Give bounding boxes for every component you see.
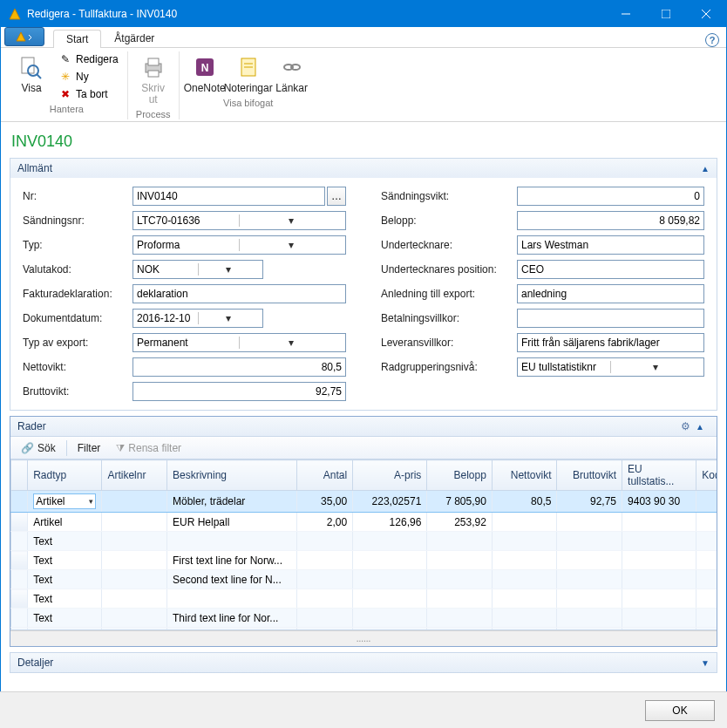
cell-radtyp[interactable]: Text — [28, 570, 102, 589]
cell-empty[interactable] — [557, 628, 622, 631]
tabort-button[interactable]: ✖Ta bort — [55, 86, 122, 102]
cell-antal[interactable]: 35,00 — [297, 491, 353, 513]
cell-radtyp[interactable]: Text — [28, 609, 102, 628]
nr-input[interactable] — [132, 187, 325, 206]
cell-nettovikt[interactable] — [492, 532, 557, 551]
col-apris[interactable]: A-pris — [353, 460, 427, 491]
cell-artikelnr[interactable] — [102, 609, 167, 628]
sandningsnr-combo[interactable]: LTC70-01636▾ — [132, 211, 346, 230]
cell-kod[interactable] — [696, 491, 717, 513]
cell-nettovikt[interactable]: 80,5 — [492, 491, 557, 513]
valutakod-combo[interactable]: NOK▾ — [132, 260, 263, 279]
cell-beskrivning[interactable] — [166, 589, 296, 609]
lankar-button[interactable]: Länkar — [272, 51, 312, 96]
cell-antal[interactable] — [297, 551, 353, 570]
cell-radtyp[interactable]: Text — [28, 551, 102, 570]
typ-av-export-combo[interactable]: Permanent▾ — [132, 333, 346, 352]
col-eu[interactable]: EU tullstatis... — [622, 460, 696, 491]
cell-beskrivning[interactable]: Third text line for Nor... — [166, 609, 296, 628]
betalningsvillkor-input[interactable] — [517, 309, 704, 328]
cell-empty[interactable] — [696, 628, 717, 631]
cell-beskrivning[interactable] — [166, 532, 296, 551]
cell-empty[interactable] — [492, 628, 557, 631]
cell-apris[interactable] — [353, 551, 427, 570]
cell-artikelnr[interactable] — [102, 532, 167, 551]
cell-nettovikt[interactable] — [492, 589, 557, 609]
table-row[interactable]: TextFirst text line for Norw... — [11, 551, 717, 570]
table-row[interactable]: Text — [11, 532, 717, 551]
cell-eu[interactable] — [622, 551, 696, 570]
cell-empty[interactable] — [11, 628, 28, 631]
cell-empty[interactable] — [28, 628, 102, 631]
minimize-button[interactable] — [606, 1, 646, 27]
cell-empty[interactable] — [297, 628, 353, 631]
cell-bruttovikt[interactable] — [557, 551, 622, 570]
maximize-button[interactable] — [646, 1, 686, 27]
filter-button[interactable]: Filter — [71, 439, 108, 457]
col-bruttovikt[interactable]: Bruttovikt — [557, 460, 622, 491]
panel-header-rader[interactable]: Rader ⚙ ▲ — [10, 417, 717, 437]
cell-belopp[interactable] — [427, 570, 493, 589]
col-antal[interactable]: Antal — [297, 460, 353, 491]
cell-apris[interactable]: 126,96 — [353, 513, 427, 532]
cell-belopp[interactable] — [427, 589, 493, 609]
row-selector[interactable] — [11, 491, 28, 513]
cell-empty[interactable] — [102, 628, 167, 631]
nr-lookup-button[interactable]: … — [327, 187, 346, 206]
cell-kod[interactable] — [696, 589, 717, 609]
cell-bruttovikt[interactable]: 92,75 — [557, 491, 622, 513]
cell-empty[interactable] — [166, 628, 296, 631]
cell-nettovikt[interactable] — [492, 570, 557, 589]
skrivut-button[interactable]: Skrivut — [133, 51, 173, 107]
cell-empty[interactable] — [427, 628, 493, 631]
cell-kod[interactable] — [696, 532, 717, 551]
cell-eu[interactable]: 9403 90 30 — [622, 491, 696, 513]
cell-belopp[interactable] — [427, 609, 493, 628]
cell-apris[interactable] — [353, 570, 427, 589]
sok-button[interactable]: 🔗Sök — [14, 439, 63, 457]
col-belopp[interactable]: Belopp — [427, 460, 493, 491]
cell-apris[interactable] — [353, 532, 427, 551]
col-artikelnr[interactable]: Artikelnr — [102, 460, 167, 491]
cell-eu[interactable] — [622, 589, 696, 609]
table-row[interactable]: TextThird text line for Nor... — [11, 609, 717, 628]
table-row[interactable]: Artikel▾Möbler, trädelar35,00223,025717 … — [11, 491, 717, 513]
cell-radtyp[interactable]: Artikel▾ — [28, 491, 102, 513]
undertecknares-position-input[interactable] — [517, 260, 704, 279]
row-selector[interactable] — [11, 570, 28, 589]
cell-artikelnr[interactable] — [102, 570, 167, 589]
cell-kod[interactable] — [696, 570, 717, 589]
cell-eu[interactable] — [622, 609, 696, 628]
rensa-filter-button[interactable]: ⧩Rensa filter — [109, 439, 188, 457]
ny-button[interactable]: ✳Ny — [55, 69, 122, 85]
cell-antal[interactable] — [297, 532, 353, 551]
cell-empty[interactable] — [622, 628, 696, 631]
cell-nettovikt[interactable] — [492, 609, 557, 628]
anledning-export-input[interactable] — [517, 284, 704, 303]
cell-artikelnr[interactable] — [102, 513, 167, 532]
cell-radtyp[interactable]: Text — [28, 589, 102, 609]
leveransvillkor-input[interactable] — [517, 333, 704, 352]
cell-belopp[interactable] — [427, 551, 493, 570]
cell-empty[interactable] — [353, 628, 427, 631]
ok-button[interactable]: OK — [645, 700, 715, 721]
cell-bruttovikt[interactable] — [557, 532, 622, 551]
onenote-button[interactable]: N OneNote — [185, 51, 225, 96]
visa-button[interactable]: Visa — [11, 51, 51, 96]
undertecknare-input[interactable] — [517, 235, 704, 255]
row-selector[interactable] — [11, 551, 28, 570]
cell-nettovikt[interactable] — [492, 551, 557, 570]
cell-antal[interactable]: 2,00 — [297, 513, 353, 532]
cell-apris[interactable] — [353, 589, 427, 609]
close-button[interactable] — [686, 1, 726, 27]
cell-belopp[interactable] — [427, 532, 493, 551]
cell-bruttovikt[interactable] — [557, 609, 622, 628]
cell-bruttovikt[interactable] — [557, 589, 622, 609]
noteringar-button[interactable]: Noteringar — [228, 51, 268, 96]
cell-artikelnr[interactable] — [102, 551, 167, 570]
cell-antal[interactable] — [297, 609, 353, 628]
cell-eu[interactable] — [622, 532, 696, 551]
cell-radtyp[interactable]: Artikel — [28, 513, 102, 532]
cell-artikelnr[interactable] — [102, 589, 167, 609]
cell-kod[interactable] — [696, 551, 717, 570]
